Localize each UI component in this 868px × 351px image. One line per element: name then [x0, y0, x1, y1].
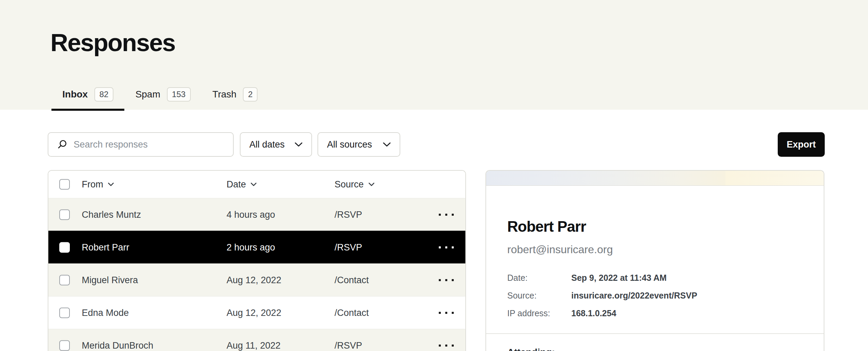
sources-filter-dropdown[interactable]: All sources — [317, 132, 400, 157]
dates-filter-dropdown[interactable]: All dates — [240, 132, 312, 157]
table-row-miguel-rivera[interactable]: Miguel Rivera Aug 12, 2022 /Contact — [48, 263, 465, 296]
row-checkbox[interactable] — [59, 307, 70, 318]
header-band: Responses Inbox 82 Spam 153 Trash 2 — [0, 0, 868, 110]
tab-inbox[interactable]: Inbox 82 — [51, 87, 124, 110]
row-from: Merida DunBroch — [82, 340, 153, 351]
row-date: Aug 12, 2022 — [227, 275, 281, 285]
row-source: /RSVP — [335, 340, 362, 351]
row-from: Miguel Rivera — [82, 275, 138, 285]
field-label-ip: IP address: — [507, 308, 571, 318]
tab-spam-label: Spam — [135, 89, 160, 100]
row-source: /Contact — [335, 275, 369, 285]
field-value-source: insuricare.org/2022event/RSVP — [571, 291, 824, 301]
table-row-charles-muntz[interactable]: Charles Muntz 4 hours ago /RSVP — [48, 198, 465, 231]
detail-divider — [486, 333, 824, 334]
row-date: Aug 11, 2022 — [227, 340, 281, 351]
field-label-date: Date: — [507, 273, 571, 283]
page-title: Responses — [50, 29, 175, 57]
response-meta-fields: Date: Sep 9, 2022 at 11:43 AM Source: in… — [507, 273, 824, 318]
export-button[interactable]: Export — [778, 132, 825, 157]
row-checkbox[interactable] — [59, 275, 70, 285]
table-header: From Date Source — [48, 171, 465, 198]
row-source: /RSVP — [335, 209, 362, 220]
select-all-checkbox[interactable] — [59, 179, 70, 190]
tab-trash-count-badge: 2 — [243, 87, 258, 102]
responses-page: Responses Inbox 82 Spam 153 Trash 2 All … — [0, 0, 868, 351]
detail-banner — [486, 171, 824, 186]
sources-filter-value: All sources — [327, 139, 372, 150]
row-menu-button[interactable] — [437, 307, 456, 319]
search-input[interactable] — [74, 139, 226, 150]
search-box[interactable] — [48, 132, 234, 157]
tab-spam[interactable]: Spam 153 — [124, 87, 201, 110]
row-checkbox[interactable] — [59, 242, 70, 253]
column-header-date[interactable]: Date — [227, 179, 257, 190]
row-date: Aug 12, 2022 — [227, 307, 281, 318]
attending-heading: Attending: — [507, 347, 824, 351]
respondent-email: robert@insuricare.org — [507, 243, 824, 256]
field-value-date: Sep 9, 2022 at 11:43 AM — [571, 273, 824, 283]
row-source: /RSVP — [335, 242, 362, 253]
row-source: /Contact — [335, 307, 369, 318]
table-row-merida-dunbroch[interactable]: Merida DunBroch Aug 11, 2022 /RSVP — [48, 329, 465, 351]
dates-filter-value: All dates — [249, 139, 285, 150]
tab-trash-label: Trash — [213, 89, 237, 100]
tab-inbox-count-badge: 82 — [94, 87, 114, 102]
tab-bar: Inbox 82 Spam 153 Trash 2 — [51, 87, 268, 110]
row-menu-button[interactable] — [437, 209, 456, 220]
row-checkbox[interactable] — [59, 340, 70, 351]
column-header-from[interactable]: From — [82, 179, 114, 190]
chevron-down-icon — [295, 142, 303, 147]
tab-spam-count-badge: 153 — [167, 87, 191, 102]
row-checkbox[interactable] — [59, 209, 70, 220]
chevron-down-icon — [108, 183, 114, 186]
row-from: Robert Parr — [82, 242, 129, 253]
chevron-down-icon — [383, 142, 391, 147]
response-detail-panel: Robert Parr robert@insuricare.org Date: … — [485, 170, 824, 351]
row-menu-button[interactable] — [437, 340, 456, 351]
tab-inbox-label: Inbox — [62, 89, 88, 100]
table-row-edna-mode[interactable]: Edna Mode Aug 12, 2022 /Contact — [48, 296, 465, 329]
respondent-name: Robert Parr — [507, 218, 824, 235]
field-value-ip: 168.1.0.254 — [571, 308, 824, 318]
row-from: Edna Mode — [82, 307, 129, 318]
row-menu-button[interactable] — [437, 242, 456, 253]
chevron-down-icon — [369, 183, 374, 186]
column-header-source[interactable]: Source — [335, 179, 374, 190]
row-menu-button[interactable] — [437, 274, 456, 286]
field-label-source: Source: — [507, 291, 571, 301]
table-row-robert-parr[interactable]: Robert Parr 2 hours ago /RSVP — [48, 231, 465, 263]
tab-trash[interactable]: Trash 2 — [202, 87, 269, 110]
row-from: Charles Muntz — [82, 209, 141, 220]
row-date: 2 hours ago — [227, 242, 275, 253]
chevron-down-icon — [251, 183, 257, 186]
row-date: 4 hours ago — [227, 209, 275, 220]
responses-table: From Date Source Charles Muntz 4 — [48, 170, 466, 351]
search-icon — [57, 139, 67, 150]
